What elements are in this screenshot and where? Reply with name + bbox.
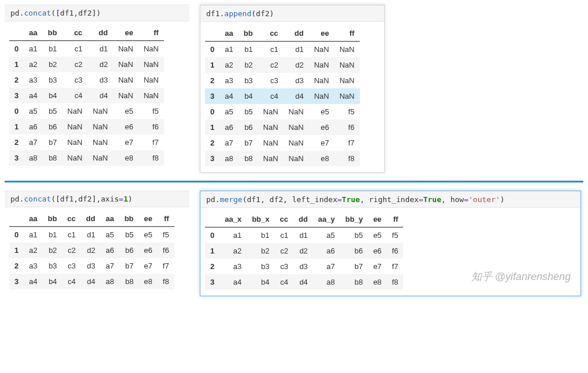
cell: c3 <box>62 258 81 274</box>
row-index: 0 <box>9 41 24 57</box>
column-header: bb_x <box>247 211 274 227</box>
cell: NaN <box>113 88 139 103</box>
dataframe-table: aa_xbb_xccddaa_ybb_yeeff0a1b1c1d1a5b5e5f… <box>205 211 403 290</box>
cell: b8 <box>43 150 62 166</box>
cell: b2 <box>43 57 62 72</box>
cell: NaN <box>88 119 113 135</box>
column-header: dd <box>81 211 101 227</box>
cell: NaN <box>258 135 284 151</box>
column-header: bb <box>119 211 139 227</box>
table-row: 1a2b2c2d2a6b6e6f6 <box>205 243 403 259</box>
column-header: ee <box>139 211 157 227</box>
column-header: ee <box>113 25 139 41</box>
row-index: 0 <box>9 227 24 243</box>
cell: NaN <box>284 104 309 120</box>
row-index: 3 <box>205 151 219 166</box>
cell: b3 <box>247 259 274 274</box>
cell: NaN <box>62 119 88 135</box>
cell: b3 <box>43 258 62 274</box>
code-token: True <box>342 195 360 204</box>
code-token: = <box>464 195 468 204</box>
cell: c2 <box>62 57 88 72</box>
cell: NaN <box>88 135 113 150</box>
cell: b2 <box>247 243 274 259</box>
cell: b8 <box>119 274 139 289</box>
cell: NaN <box>284 151 309 166</box>
cell: c4 <box>275 274 293 290</box>
cell: c2 <box>258 57 284 73</box>
cell: a3 <box>24 258 42 274</box>
cell: f7 <box>334 135 360 151</box>
cell: d4 <box>284 88 309 104</box>
panel-append: df1.append(df2)aabbccddeeff0a1b1c1d1NaNN… <box>200 5 385 173</box>
column-header: ee <box>309 25 334 42</box>
cell: e8 <box>113 150 139 166</box>
row-index: 3 <box>205 274 219 290</box>
column-header: aa <box>219 25 238 42</box>
cell: e7 <box>113 135 139 150</box>
cell: f8 <box>158 274 174 289</box>
cell: NaN <box>309 88 334 104</box>
dataframe-table: aabbccddeeff0a1b1c1d1NaNNaN1a2b2c2d2NaNN… <box>9 25 164 166</box>
row-index: 0 <box>205 42 219 58</box>
cell: f8 <box>139 150 164 166</box>
index-header <box>205 25 219 42</box>
code-expression: df1.append(df2) <box>200 5 384 22</box>
cell: e6 <box>139 243 157 258</box>
cell: a7 <box>101 258 119 274</box>
cell: a8 <box>24 150 42 166</box>
cell: NaN <box>139 57 164 72</box>
column-header: bb <box>43 211 62 227</box>
cell: a8 <box>313 274 340 290</box>
cell: a8 <box>101 274 119 289</box>
cell: e6 <box>368 243 386 259</box>
cell: b7 <box>239 135 258 151</box>
cell: a7 <box>219 135 238 151</box>
cell: c1 <box>62 227 81 243</box>
cell: b6 <box>340 243 368 259</box>
row-index: 1 <box>9 243 24 258</box>
cell: c4 <box>62 88 88 103</box>
column-header: aa <box>101 211 119 227</box>
cell: NaN <box>88 103 113 119</box>
cell: a7 <box>313 259 340 274</box>
cell: c3 <box>258 73 284 88</box>
table-row: 0a1b1c1d1a5b5e5f5 <box>9 227 174 243</box>
cell: b7 <box>340 259 368 274</box>
cell: f5 <box>387 227 404 244</box>
cell: e8 <box>139 274 157 289</box>
code-token: concat <box>24 9 51 17</box>
table-row: 3a4b4c4d4NaNNaN <box>9 88 164 103</box>
cell: NaN <box>284 135 309 151</box>
cell: c3 <box>62 72 88 88</box>
column-header: aa <box>24 211 42 227</box>
cell: a5 <box>101 227 119 243</box>
cell: b6 <box>43 119 62 135</box>
cell: b2 <box>43 243 62 258</box>
code-token: pd <box>10 195 20 203</box>
cell: b5 <box>340 227 368 244</box>
cell: d2 <box>81 243 101 258</box>
cell: b8 <box>239 151 258 166</box>
cell: b1 <box>247 227 274 244</box>
table-row: 0a5b5NaNNaNe5f5 <box>9 103 164 119</box>
cell: a4 <box>24 274 42 289</box>
row-index: 3 <box>205 88 219 104</box>
cell: a4 <box>219 274 247 290</box>
cell: a6 <box>219 120 238 135</box>
cell: b2 <box>239 57 258 73</box>
cell: d3 <box>293 259 313 274</box>
cell: e5 <box>113 103 139 119</box>
cell: c1 <box>62 41 88 57</box>
code-token: merge <box>219 195 242 204</box>
cell: b1 <box>239 42 258 58</box>
cell: e7 <box>139 258 157 274</box>
row-index: 3 <box>9 150 24 166</box>
table-row: 0a1b1c1d1NaNNaN <box>9 41 164 57</box>
cell: a3 <box>24 72 42 88</box>
code-token: = <box>419 195 423 204</box>
index-header <box>205 211 219 227</box>
cell: NaN <box>113 72 139 88</box>
row-index: 2 <box>205 135 219 151</box>
table-row: 3a8b8NaNNaNe8f8 <box>205 151 360 166</box>
